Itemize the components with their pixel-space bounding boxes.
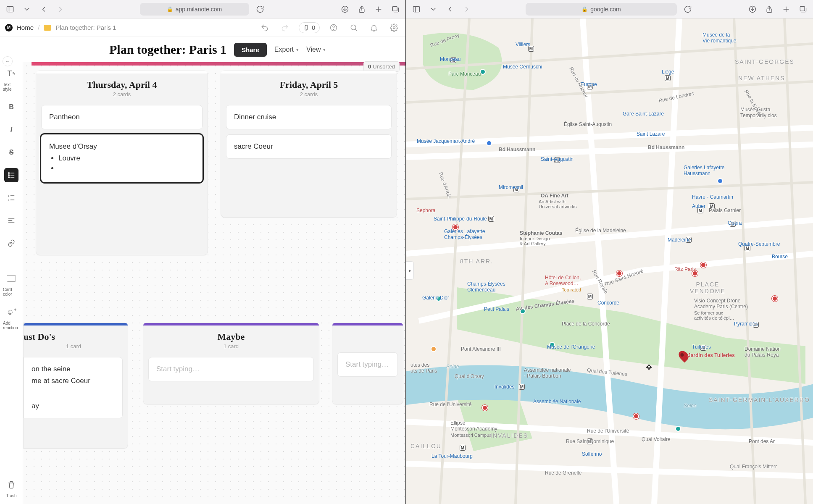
tab-dropdown-icon[interactable] [427,3,439,15]
new-tab-icon[interactable] [373,3,384,15]
card-pantheon[interactable]: Pantheon [41,105,203,129]
back-icon[interactable] [38,3,50,15]
milanote-logo-icon[interactable]: M [5,24,13,32]
map-label[interactable]: Havre - Caumartin [692,194,733,200]
search-icon[interactable] [347,21,360,34]
new-tab-icon[interactable] [780,3,792,15]
column-title[interactable]: Thursday, April 4 [40,79,203,90]
rail-collapse-icon[interactable]: ← [3,56,13,66]
map-poi-pin[interactable] [700,262,706,268]
mobile-inbox-pill[interactable]: 0 [299,22,320,33]
map-label[interactable]: Invalides [495,384,514,390]
undo-icon[interactable] [258,21,271,34]
metro-icon[interactable]: M [460,445,466,451]
map-label[interactable]: Galeries Lafayette Haussmann [684,165,724,176]
sidebar-toggle-icon[interactable] [4,3,16,15]
map-label[interactable]: utes des uts de Paris [410,362,437,374]
map-poi-pin[interactable] [431,346,437,352]
map-label[interactable]: Église Saint-Augustin [564,121,612,127]
map-expand-panel-icon[interactable]: ▸ [406,261,414,280]
settings-icon[interactable] [388,21,400,34]
map-label[interactable]: Auber [692,203,705,209]
metro-icon[interactable]: M [519,384,525,390]
reload-icon[interactable] [254,3,266,15]
list-item[interactable]: Louvre [58,154,195,163]
map-label[interactable]: Musée de la Vie romantique [702,32,737,44]
map-label[interactable]: Galeries Lafayette Champs-Élysées [444,228,485,240]
card-must-dos[interactable]: on the seine me at sacre Coeur ay [24,357,123,418]
map-label[interactable]: Visio-Concept Drone Academy Paris (Centr… [694,298,748,310]
column-friday[interactable]: Friday, April 5 2 cards Dinner cruise sa… [221,71,397,218]
notifications-icon[interactable] [368,21,380,34]
map-label[interactable]: Pyramides [734,321,758,327]
map-label[interactable]: Solférino [582,451,602,457]
back-icon[interactable] [444,3,456,15]
breadcrumb-home[interactable]: Home [17,24,34,31]
map-label[interactable]: Église de la Madeleine [575,228,626,234]
map-label[interactable]: Bourse [772,254,788,260]
column-title[interactable]: Maybe [147,331,315,342]
map-label[interactable]: Tuileries [692,344,711,350]
tabs-overview-icon[interactable] [389,3,401,15]
align-tool[interactable] [3,213,20,228]
map-label[interactable]: Saint-Augustin [541,156,574,162]
map-label[interactable]: SAINT-GEORGES [735,58,795,65]
column-must-dos[interactable]: ust Do's 1 card on the seine me at sacre… [23,323,128,449]
card-empty[interactable]: Start typing… [148,357,314,381]
address-bar[interactable]: 🔒 google.com [526,3,677,16]
card-musee-dorsay[interactable]: Musee d'Orsay Louvre [41,134,203,182]
map-label[interactable]: Pont Alexandre III [461,346,501,352]
link-tool[interactable] [3,236,20,250]
map-label[interactable]: Domaine Nation du Palais-Roya [745,346,781,358]
share-icon[interactable] [356,3,368,15]
share-icon[interactable] [763,3,775,15]
help-icon[interactable] [327,21,340,34]
map-label[interactable]: Musée Jacquemart-André [417,138,475,144]
downloads-icon[interactable] [747,3,758,15]
map-label[interactable]: Sephora [416,207,435,213]
card-color-tool[interactable]: Card color [3,271,20,297]
map-label[interactable]: Stéphanie Coutas [520,230,562,236]
map-label[interactable]: Gare Saint-Lazare [623,111,664,117]
map-poi-pin[interactable] [717,178,723,184]
map-label[interactable]: La Tour-Maubourg [431,453,473,459]
map-label[interactable]: Villiers [516,42,530,47]
map-poi-pin[interactable] [486,140,492,146]
breadcrumb-current[interactable]: Plan together: Paris 1 [55,24,116,31]
map-viewport[interactable]: ▸ ✥ M M M M M M M [406,18,813,504]
map-label[interactable]: Petit Palais [484,306,509,312]
map-label[interactable]: Galerie Dior [422,295,449,301]
map-label[interactable]: Musée de l'Orangerie [547,344,595,350]
card-dinner-cruise[interactable]: Dinner cruise [226,105,392,129]
bold-tool[interactable]: B [3,100,20,114]
column-title[interactable]: Friday, April 5 [225,79,392,90]
card-empty[interactable]: Start typing… [337,352,398,377]
bullet-list-tool[interactable] [3,168,20,182]
column-thursday[interactable]: Thursday, April 4 2 cards Pantheon Musee… [36,71,208,255]
map-label[interactable]: Assemblée Nationale [533,399,581,404]
map-label[interactable]: OA Fine Art [541,193,568,199]
trash-tool[interactable]: Trash [3,478,20,498]
map-label[interactable]: Place de la Concorde [562,321,610,327]
share-button[interactable]: Share [234,43,267,57]
map-poi-pin[interactable] [675,426,681,432]
map-poi-pin[interactable] [772,296,778,302]
column-maybe[interactable]: Maybe 1 card Start typing… [143,323,319,404]
view-menu[interactable]: View▾ [306,46,326,53]
map-label[interactable]: Pont des Ar [749,438,775,444]
add-reaction-tool[interactable]: ☺+Add reaction [3,305,20,330]
reload-icon[interactable] [682,3,694,15]
map-label[interactable]: Parc Monceau [448,71,481,77]
list-item[interactable] [58,164,195,173]
map-label[interactable]: Concorde [597,300,619,306]
text-style-tool[interactable]: T✎Text style [3,66,20,92]
map-label[interactable]: Ellipse Montessori Academy [450,420,497,432]
export-menu[interactable]: Export▾ [274,46,299,53]
map-label[interactable]: Champs-Élysées Clemenceau [467,281,505,293]
card-sacre-coeur[interactable]: sacre Coeur [226,134,392,159]
map-label[interactable]: Saint Lazare [637,131,665,137]
downloads-icon[interactable] [339,3,351,15]
column-third[interactable]: Start typing… [332,323,403,404]
map-label[interactable]: Monceau [440,56,460,62]
tabs-overview-icon[interactable] [797,3,809,15]
